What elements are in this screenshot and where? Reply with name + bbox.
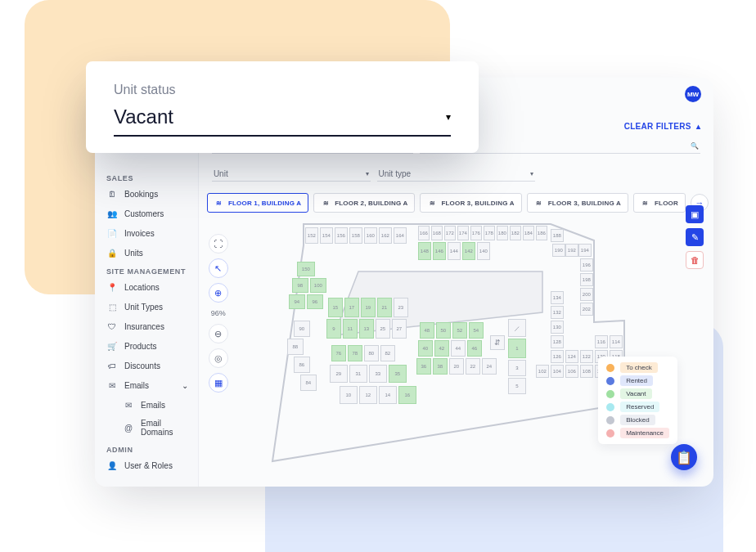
unit[interactable]: 146 [433, 242, 446, 260]
unit-status-select[interactable]: Vacant ▾ [114, 102, 451, 137]
unit[interactable]: 186 [536, 226, 547, 240]
filter-unit[interactable]: Unit▾ [212, 167, 371, 182]
unit[interactable]: 25 [376, 319, 390, 339]
sidebar-item-email-domains[interactable]: @Email Domains [95, 415, 198, 441]
unit[interactable]: 86 [294, 357, 310, 373]
unit[interactable]: 27 [392, 319, 407, 339]
unit[interactable]: 178 [484, 226, 495, 240]
unit[interactable]: 46 [467, 340, 482, 357]
unit[interactable]: 162 [379, 227, 392, 244]
unit[interactable]: 152 [305, 227, 318, 244]
unit[interactable]: 94 [289, 294, 305, 309]
select-tool[interactable]: ↖ [209, 258, 228, 278]
zoom-in-tool[interactable]: ⊕ [209, 283, 228, 303]
unit[interactable]: 128 [551, 335, 564, 348]
sidebar-item-locations[interactable]: 📍Locations [95, 277, 198, 297]
unit[interactable]: 84 [300, 375, 317, 391]
unit[interactable]: 192 [565, 244, 578, 257]
unit[interactable]: 21 [377, 298, 392, 317]
unit[interactable]: 36 [416, 358, 431, 375]
unit[interactable]: 126 [551, 350, 564, 363]
floorplan-canvas[interactable]: 166 168 152 154 156 158 160 162 164 172 … [248, 219, 632, 486]
unit[interactable]: 1 [508, 339, 526, 358]
unit[interactable]: 108 [580, 365, 593, 378]
zoom-out-tool[interactable]: ⊖ [209, 324, 228, 343]
unit[interactable]: 202 [580, 303, 593, 316]
unit[interactable]: 134 [551, 291, 564, 304]
unit[interactable]: 96 [307, 294, 323, 309]
center-tool[interactable]: ◎ [209, 348, 228, 368]
sidebar-item-units[interactable]: 🔒Units [95, 243, 198, 263]
sidebar-item-unit-types[interactable]: ⬚Unit Types [95, 297, 198, 316]
unit[interactable]: 5 [508, 378, 526, 394]
unit-elevator[interactable]: ⇵ [490, 335, 505, 350]
sidebar-item-invoices[interactable]: 📄Invoices [95, 223, 198, 243]
unit[interactable]: 148 [418, 242, 431, 260]
unit[interactable]: 196 [580, 258, 593, 272]
unit[interactable]: 24 [482, 358, 497, 375]
unit[interactable]: 164 [394, 227, 407, 244]
unit[interactable]: 10 [340, 386, 358, 404]
unit[interactable]: 158 [349, 227, 362, 244]
unit[interactable]: 188 [551, 229, 564, 242]
filter-unit-type[interactable]: Unit type▾ [377, 167, 536, 182]
unit[interactable]: 88 [287, 339, 304, 355]
unit[interactable]: 16 [398, 386, 416, 404]
unit[interactable]: 50 [436, 322, 451, 339]
avatar[interactable]: MW [685, 86, 701, 102]
floor-tab-3[interactable]: ≋FLOOR 3, BUILDING A [420, 193, 521, 213]
unit[interactable]: 104 [551, 365, 564, 378]
unit[interactable]: 140 [477, 242, 490, 260]
unit[interactable]: 150 [297, 262, 315, 276]
unit[interactable]: 98 [292, 278, 308, 293]
unit[interactable]: 29 [330, 365, 348, 383]
unit[interactable]: 20 [449, 358, 464, 375]
floor-tab-4[interactable]: ≋FLOOR 3, BUILDING A [527, 193, 628, 213]
unit[interactable]: 142 [462, 242, 475, 260]
unit[interactable]: 44 [451, 340, 466, 357]
unit[interactable]: 9 [326, 319, 341, 339]
floor-tab-5[interactable]: ≋FLOOR [633, 193, 686, 213]
unit[interactable]: 176 [470, 226, 482, 240]
unit[interactable]: 78 [348, 345, 362, 361]
unit[interactable]: 172 [444, 226, 456, 240]
unit[interactable]: 40 [418, 340, 433, 357]
unit[interactable]: 11 [343, 319, 358, 339]
sidebar-item-discounts[interactable]: 🏷Discounts [95, 356, 198, 375]
unit[interactable]: 80 [364, 345, 379, 361]
unit[interactable]: 3 [508, 360, 526, 376]
unit[interactable]: 160 [364, 227, 377, 244]
unit[interactable]: 144 [448, 242, 461, 260]
unit[interactable]: 22 [466, 358, 480, 375]
unit[interactable]: 76 [331, 345, 346, 361]
unit[interactable]: 106 [565, 365, 578, 378]
unit[interactable]: 90 [294, 321, 310, 337]
unit[interactable]: 132 [551, 306, 564, 319]
unit[interactable]: 174 [457, 226, 469, 240]
unit[interactable]: 35 [389, 365, 407, 383]
clear-filters-button[interactable]: CLEAR FILTERS ▴ [624, 122, 700, 131]
fullscreen-tool[interactable]: ⛶ [209, 234, 228, 254]
unit[interactable]: 190 [552, 244, 565, 257]
unit[interactable]: 31 [349, 365, 367, 383]
unit[interactable]: 200 [580, 288, 593, 301]
unit[interactable]: 194 [578, 244, 592, 257]
unit[interactable]: 124 [565, 350, 578, 363]
unit[interactable]: ⟋ [508, 319, 526, 337]
floor-tab-1[interactable]: ≋FLOOR 1, BUILDING A [207, 193, 308, 213]
unit[interactable]: 48 [420, 322, 434, 339]
unit[interactable]: 54 [469, 322, 484, 339]
unit[interactable]: 182 [510, 226, 521, 240]
unit[interactable]: 52 [452, 322, 467, 339]
unit[interactable]: 15 [328, 298, 343, 317]
unit[interactable]: 82 [380, 345, 395, 361]
sidebar-item-emails-sub[interactable]: ✉Emails [95, 395, 198, 415]
unit[interactable]: 38 [433, 358, 448, 375]
unit[interactable]: 198 [580, 273, 593, 286]
sidebar-item-products[interactable]: 🛒Products [95, 336, 198, 356]
unit[interactable]: 14 [379, 386, 397, 404]
unit[interactable]: 130 [551, 321, 564, 334]
unit[interactable]: 166 [418, 226, 430, 240]
sidebar-item-customers[interactable]: 👥Customers [95, 204, 198, 223]
sidebar-item-emails[interactable]: ✉Emails⌄ [95, 375, 198, 395]
